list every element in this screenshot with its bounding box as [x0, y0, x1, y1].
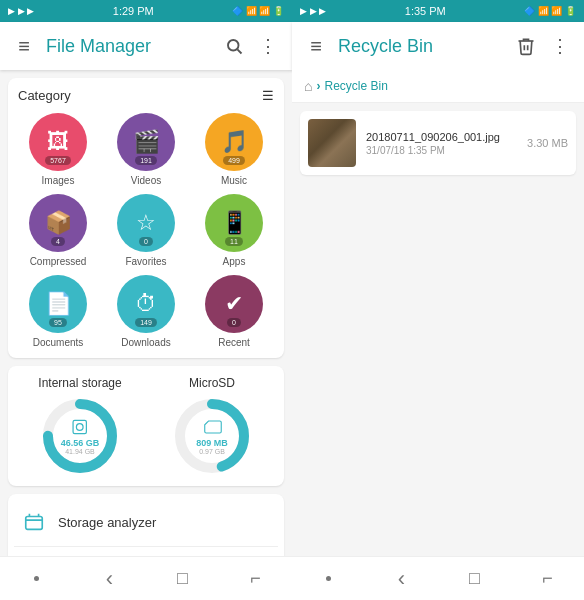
images-label: Images: [42, 175, 75, 186]
svg-rect-8: [26, 517, 43, 530]
category-list-icon: ☰: [262, 88, 274, 103]
nav-back-left[interactable]: ‹: [92, 561, 128, 597]
documents-icon: 📄: [45, 291, 72, 317]
category-item-images[interactable]: 🖼 5767 Images: [18, 113, 98, 186]
category-item-compressed[interactable]: 📦 4 Compressed: [18, 194, 98, 267]
internal-sub: 41.94 GB: [61, 448, 100, 455]
apps-label: Apps: [223, 256, 246, 267]
internal-storage: Internal storage: [18, 376, 142, 476]
internal-donut: 46.56 GB 41.94 GB: [40, 396, 120, 476]
breadcrumb-current: Recycle Bin: [324, 79, 387, 93]
nav-recent-right[interactable]: ⌐: [530, 561, 566, 597]
images-count: 5767: [45, 156, 71, 165]
internal-main-value: [61, 417, 100, 437]
storage-row: Internal storage: [18, 376, 274, 476]
category-item-apps[interactable]: 📱 11 Apps: [194, 194, 274, 267]
storage-analyzer-icon: [20, 508, 48, 536]
recycle-title: Recycle Bin: [338, 36, 504, 57]
microsd-label: MicroSD: [189, 376, 235, 390]
svg-point-5: [77, 424, 84, 431]
category-circle-recent: ✔ 0: [205, 275, 263, 333]
videos-icon: 🎬: [133, 129, 160, 155]
category-circle-videos: 🎬 191: [117, 113, 175, 171]
app-title: File Manager: [46, 36, 212, 57]
category-circle-downloads: ⏱ 149: [117, 275, 175, 333]
breadcrumb-home-icon[interactable]: ⌂: [304, 78, 312, 94]
status-time-left: 1:29 PM: [113, 5, 154, 17]
nav-dot-right: [311, 561, 347, 597]
favorites-icon: ☆: [136, 210, 156, 236]
category-circle-documents: 📄 95: [29, 275, 87, 333]
category-header: Category ☰: [18, 88, 274, 103]
divider: [14, 546, 278, 547]
storage-section: Internal storage: [8, 366, 284, 486]
left-panel: ▶ ▶ ▶ 1:29 PM 🔷 📶 📶 🔋 ≡ File Manager ⋮ C…: [0, 0, 292, 600]
status-bar-right: ▶ ▶ ▶ 1:35 PM 🔷 📶 📶 🔋: [292, 0, 584, 22]
category-item-recent[interactable]: ✔ 0 Recent: [194, 275, 274, 348]
recent-label: Recent: [218, 337, 250, 348]
storage-analyzer-label: Storage analyzer: [58, 515, 156, 530]
microsd-sub: 0.97 GB: [196, 448, 228, 455]
category-circle-favorites: ☆ 0: [117, 194, 175, 252]
search-button[interactable]: [222, 34, 246, 58]
videos-count: 191: [135, 156, 157, 165]
downloads-icon: ⏱: [135, 291, 157, 317]
status-icons-left: ▶ ▶ ▶: [8, 6, 34, 16]
compressed-label: Compressed: [30, 256, 87, 267]
app-bar-actions: ⋮: [222, 34, 280, 58]
nav-home-right[interactable]: □: [457, 561, 493, 597]
file-date: 31/07/18 1:35 PM: [366, 145, 517, 156]
svg-line-1: [237, 49, 241, 53]
bottom-nav-left: ‹ □ ⌐: [0, 556, 292, 600]
category-circle-apps: 📱 11: [205, 194, 263, 252]
category-circle-music: 🎵 499: [205, 113, 263, 171]
file-thumb-img: [308, 119, 356, 167]
app-bar-left: ≡ File Manager ⋮: [0, 22, 292, 70]
music-label: Music: [221, 175, 247, 186]
file-list: 20180711_090206_001.jpg 31/07/18 1:35 PM…: [292, 103, 584, 556]
category-item-favorites[interactable]: ☆ 0 Favorites: [106, 194, 186, 267]
microsd-main-value: [196, 417, 228, 437]
internal-size: 46.56 GB: [61, 438, 100, 448]
microsd-donut: 809 MB 0.97 GB: [172, 396, 252, 476]
favorites-label: Favorites: [125, 256, 166, 267]
recent-icon: ✔: [225, 291, 243, 317]
apps-count: 11: [225, 237, 243, 246]
category-circle-compressed: 📦 4: [29, 194, 87, 252]
status-icons-right2: 🔷 📶 📶 🔋: [524, 6, 576, 16]
nav-back-right[interactable]: ‹: [384, 561, 420, 597]
category-section: Category ☰ 🖼 5767 Images 🎬 191: [8, 78, 284, 358]
status-icons-right: ▶ ▶ ▶: [300, 6, 326, 16]
category-item-documents[interactable]: 📄 95 Documents: [18, 275, 98, 348]
storage-analyzer-item[interactable]: Storage analyzer: [14, 500, 278, 544]
microsd-size: 809 MB: [196, 438, 228, 448]
music-icon: 🎵: [221, 129, 248, 155]
category-item-downloads[interactable]: ⏱ 149 Downloads: [106, 275, 186, 348]
file-item[interactable]: 20180711_090206_001.jpg 31/07/18 1:35 PM…: [300, 111, 576, 175]
menu-button[interactable]: ≡: [12, 34, 36, 58]
recycle-more-button[interactable]: ⋮: [548, 34, 572, 58]
svg-point-0: [228, 40, 239, 51]
nav-home-left[interactable]: □: [165, 561, 201, 597]
recycle-menu-button[interactable]: ≡: [304, 34, 328, 58]
microsd-storage: MicroSD 809 MB: [150, 376, 274, 476]
more-button[interactable]: ⋮: [256, 34, 280, 58]
downloads-label: Downloads: [121, 337, 170, 348]
file-info: 20180711_090206_001.jpg 31/07/18 1:35 PM: [366, 131, 517, 156]
compressed-count: 4: [51, 237, 65, 246]
category-item-music[interactable]: 🎵 499 Music: [194, 113, 274, 186]
nav-recent-left[interactable]: ⌐: [238, 561, 274, 597]
breadcrumb-separator: ›: [316, 79, 320, 93]
file-size: 3.30 MB: [527, 137, 568, 149]
images-icon: 🖼: [47, 129, 69, 155]
bottom-nav-right: ‹ □ ⌐: [292, 556, 584, 600]
music-count: 499: [223, 156, 245, 165]
compressed-icon: 📦: [45, 210, 72, 236]
nav-dot-left: [19, 561, 55, 597]
category-item-videos[interactable]: 🎬 191 Videos: [106, 113, 186, 186]
file-name: 20180711_090206_001.jpg: [366, 131, 517, 143]
documents-label: Documents: [33, 337, 84, 348]
videos-label: Videos: [131, 175, 161, 186]
recycle-delete-button[interactable]: [514, 34, 538, 58]
recycle-bin-item[interactable]: Recycle Bin: [14, 549, 278, 556]
